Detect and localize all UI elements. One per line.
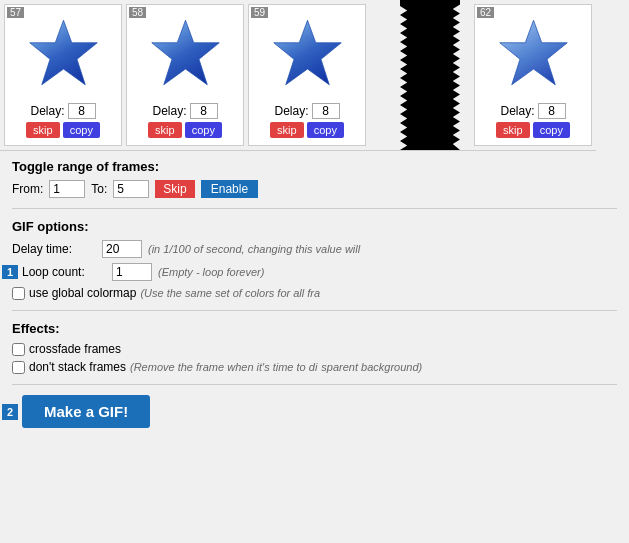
- frame-card-59: 59 Delay: skip: [248, 4, 366, 146]
- gif-options-section: GIF options: Delay time: (in 1/100 of se…: [12, 219, 617, 300]
- star-icon-57: [26, 14, 101, 94]
- bottom-row: 2 Make a GIF!: [12, 395, 617, 428]
- loop-count-label: Loop count:: [22, 265, 112, 279]
- frame-buttons-57: skip copy: [9, 122, 117, 138]
- frame-buttons-62: skip copy: [479, 122, 587, 138]
- toggle-section: Toggle range of frames: From: To: Skip E…: [12, 159, 617, 198]
- divider-3: [12, 384, 617, 385]
- stack-label: don't stack frames: [29, 360, 126, 374]
- to-input[interactable]: [113, 180, 149, 198]
- loop-count-row: 1 Loop count: (Empty - loop forever): [12, 263, 617, 281]
- stack-hint2: sparent background): [321, 361, 422, 373]
- loop-count-input[interactable]: [112, 263, 152, 281]
- frame-star-62: [479, 9, 587, 99]
- delay-time-label: Delay time:: [12, 242, 102, 256]
- gif-options-title: GIF options:: [12, 219, 617, 234]
- divider-1: [12, 208, 617, 209]
- delay-time-row: Delay time: (in 1/100 of second, changin…: [12, 240, 617, 258]
- star-icon-58: [148, 14, 223, 94]
- svg-marker-1: [151, 20, 219, 85]
- toggle-enable-button[interactable]: Enable: [201, 180, 258, 198]
- stack-checkbox[interactable]: [12, 361, 25, 374]
- skip-button-58[interactable]: skip: [148, 122, 182, 138]
- frame-card-58: 58 Delay: skip: [126, 4, 244, 146]
- from-input[interactable]: [49, 180, 85, 198]
- frame-card-57: 57 Delay: skip: [4, 4, 122, 146]
- main-content: Toggle range of frames: From: To: Skip E…: [0, 151, 629, 436]
- frame-delay-row-57: Delay:: [9, 103, 117, 119]
- from-label: From:: [12, 182, 43, 196]
- colormap-checkbox[interactable]: [12, 287, 25, 300]
- stack-hint: (Remove the frame when it's time to di: [130, 361, 317, 373]
- colormap-label: use global colormap: [29, 286, 136, 300]
- crossfade-checkbox[interactable]: [12, 343, 25, 356]
- loop-count-hint: (Empty - loop forever): [158, 266, 264, 278]
- frame-star-59: [253, 9, 361, 99]
- stack-row: don't stack frames (Remove the frame whe…: [12, 360, 617, 374]
- delay-input-58[interactable]: [190, 103, 218, 119]
- loop-badge: 1: [2, 265, 18, 279]
- colormap-row: use global colormap (Use the same set of…: [12, 286, 617, 300]
- star-icon-62: [496, 14, 571, 94]
- delay-time-hint: (in 1/100 of second, changing this value…: [148, 243, 360, 255]
- to-label: To:: [91, 182, 107, 196]
- delay-input-59[interactable]: [312, 103, 340, 119]
- delay-label-58: Delay:: [152, 104, 186, 118]
- delay-label-62: Delay:: [500, 104, 534, 118]
- toggle-skip-button[interactable]: Skip: [155, 180, 194, 198]
- frames-container: 57 Delay: skip: [0, 0, 596, 151]
- delay-label-59: Delay:: [274, 104, 308, 118]
- frame-number-57: 57: [7, 7, 24, 18]
- copy-button-58[interactable]: copy: [185, 122, 222, 138]
- frame-card-62: 62 Delay: skip: [474, 4, 592, 146]
- frame-delay-row-59: Delay:: [253, 103, 361, 119]
- make-gif-button[interactable]: Make a GIF!: [22, 395, 150, 428]
- skip-button-57[interactable]: skip: [26, 122, 60, 138]
- divider-2: [12, 310, 617, 311]
- crossfade-label: crossfade frames: [29, 342, 121, 356]
- frame-buttons-58: skip copy: [131, 122, 239, 138]
- frame-buttons-59: skip copy: [253, 122, 361, 138]
- effects-title: Effects:: [12, 321, 617, 336]
- frames-strip: 57 Delay: skip: [0, 0, 629, 151]
- frame-delay-row-62: Delay:: [479, 103, 587, 119]
- toggle-title: Toggle range of frames:: [12, 159, 617, 174]
- frame-number-58: 58: [129, 7, 146, 18]
- copy-button-59[interactable]: copy: [307, 122, 344, 138]
- delay-input-57[interactable]: [68, 103, 96, 119]
- svg-marker-2: [273, 20, 341, 85]
- make-gif-badge: 2: [2, 404, 18, 420]
- frame-number-62: 62: [477, 7, 494, 18]
- skip-button-59[interactable]: skip: [270, 122, 304, 138]
- copy-button-62[interactable]: copy: [533, 122, 570, 138]
- colormap-hint: (Use the same set of colors for all fra: [140, 287, 320, 299]
- crossfade-row: crossfade frames: [12, 342, 617, 356]
- star-icon-59: [270, 14, 345, 94]
- delay-input-62[interactable]: [538, 103, 566, 119]
- svg-marker-0: [29, 20, 97, 85]
- delay-label-57: Delay:: [30, 104, 64, 118]
- frame-number-59: 59: [251, 7, 268, 18]
- torn-overlay: [400, 0, 460, 150]
- svg-marker-3: [499, 20, 567, 85]
- toggle-row: From: To: Skip Enable: [12, 180, 617, 198]
- frame-star-57: [9, 9, 117, 99]
- frame-star-58: [131, 9, 239, 99]
- skip-button-62[interactable]: skip: [496, 122, 530, 138]
- copy-button-57[interactable]: copy: [63, 122, 100, 138]
- delay-time-input[interactable]: [102, 240, 142, 258]
- frame-delay-row-58: Delay:: [131, 103, 239, 119]
- effects-section: Effects: crossfade frames don't stack fr…: [12, 321, 617, 374]
